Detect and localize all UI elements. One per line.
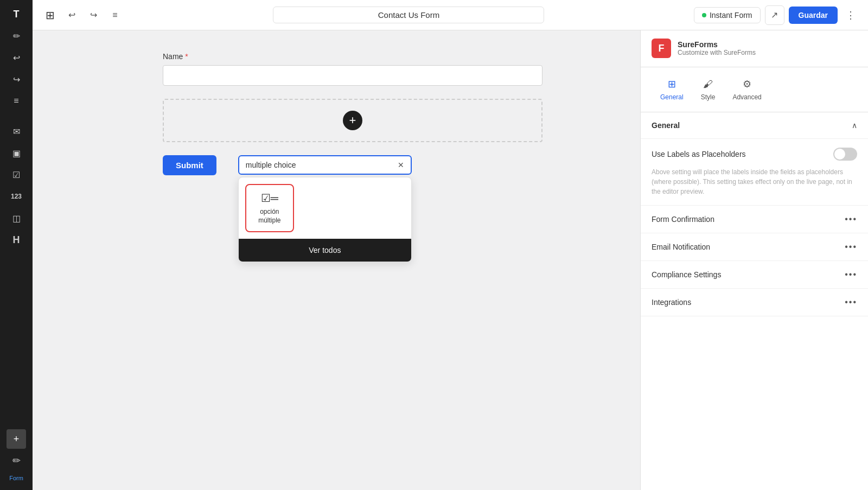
list-view-button[interactable]: ≡ <box>106 7 124 24</box>
integrations-more-icon[interactable]: ••• <box>845 297 857 307</box>
topbar: ⊞ ↩ ↪ ≡ Instant Form ↗ Guardar ⋮ <box>33 0 868 30</box>
integrations-label: Integrations <box>652 298 691 307</box>
sureforms-description: Customize with SureForms <box>678 49 756 56</box>
search-clear-button[interactable]: ✕ <box>398 161 404 169</box>
form-confirmation-row[interactable]: Form Confirmation ••• <box>641 206 868 233</box>
dropdown-items-wrap: ☑═ opción múltiple <box>239 177 411 239</box>
integrations-row[interactable]: Integrations ••• <box>641 289 868 316</box>
use-labels-row: Use Labels as Placeholders <box>652 148 857 161</box>
style-icon: 🖌 <box>703 79 713 90</box>
sureforms-name: SureForms <box>678 40 756 49</box>
sureforms-brand: F SureForms Customize with SureForms <box>641 30 868 67</box>
compliance-settings-more-icon[interactable]: ••• <box>845 270 857 279</box>
add-block-area[interactable]: + <box>163 99 542 142</box>
block-icon[interactable]: H <box>7 230 26 250</box>
multiple-choice-item[interactable]: ☑═ opción múltiple <box>245 184 294 232</box>
dropdown-results: ☑═ opción múltiple Ver todos <box>238 177 412 262</box>
email-icon[interactable]: ✉ <box>7 122 26 141</box>
search-dropdown-container: ✕ ☑═ opción múltiple Ver todos <box>238 155 412 175</box>
toggle-knob <box>834 149 845 160</box>
see-all-label: Ver todos <box>309 246 341 254</box>
email-notification-more-icon[interactable]: ••• <box>845 242 857 252</box>
undo-button[interactable]: ↩ <box>63 7 80 24</box>
submit-button[interactable]: Submit <box>163 155 216 175</box>
widget-icon[interactable]: ◫ <box>7 208 26 228</box>
use-labels-label: Use Labels as Placeholders <box>652 150 746 158</box>
redo-button[interactable]: ↪ <box>85 7 102 24</box>
external-link-button[interactable]: ↗ <box>765 5 784 25</box>
sureforms-text: SureForms Customize with SureForms <box>678 40 756 56</box>
layout-icon[interactable]: ▣ <box>7 143 26 163</box>
advanced-icon: ⚙ <box>743 78 751 90</box>
compliance-settings-label: Compliance Settings <box>652 270 721 279</box>
instant-form-status-dot <box>702 13 706 17</box>
general-icon: ⊞ <box>668 78 676 90</box>
guardar-button[interactable]: Guardar <box>789 7 838 24</box>
sub-tab-advanced[interactable]: ⚙ Advanced <box>724 74 770 105</box>
edit-icon[interactable]: ✏ <box>7 26 26 46</box>
more-options-button[interactable]: ⋮ <box>842 7 859 24</box>
multiple-choice-label: opción múltiple <box>253 208 286 225</box>
sub-tab-style[interactable]: 🖌 Style <box>692 74 724 105</box>
text-icon[interactable]: T <box>7 4 26 24</box>
instant-form-button[interactable]: Instant Form <box>694 7 761 23</box>
form-canvas: Name * + Submit ✕ ☑═ opci <box>163 52 542 175</box>
sureforms-logo: F <box>652 39 671 58</box>
use-labels-description: Above setting will place the labels insi… <box>652 167 857 196</box>
redo-icon[interactable]: ↪ <box>7 69 26 89</box>
name-field-label: Name * <box>163 52 542 61</box>
undo-icon[interactable]: ↩ <box>7 48 26 67</box>
number-icon[interactable]: 123 <box>7 187 26 206</box>
general-chevron-icon: ∧ <box>852 121 857 130</box>
multiple-choice-icon: ☑═ <box>261 192 278 205</box>
right-panel: Form Bloque × F SureForms Customize with… <box>640 0 868 490</box>
use-labels-section: Use Labels as Placeholders Above setting… <box>641 139 868 206</box>
dropdown-footer[interactable]: Ver todos <box>239 239 411 262</box>
main-canvas-area: Name * + Submit ✕ ☑═ opci <box>65 30 640 490</box>
search-input-wrap[interactable]: ✕ <box>238 155 412 175</box>
instant-form-label: Instant Form <box>710 11 752 20</box>
name-field-group: Name * <box>163 52 542 86</box>
sub-tab-general[interactable]: ⊞ General <box>652 74 692 105</box>
draw-icon[interactable]: ✏ <box>7 451 26 470</box>
list-icon[interactable]: ≡ <box>7 91 26 111</box>
search-input[interactable] <box>246 161 393 169</box>
required-indicator: * <box>185 52 188 61</box>
add-block-sidebar-button[interactable]: + <box>7 429 26 449</box>
add-block-plus-button[interactable]: + <box>343 111 362 130</box>
form-confirmation-more-icon[interactable]: ••• <box>845 214 857 224</box>
left-sidebar: T ✏ ↩ ↪ ≡ ✉ ▣ ☑ 123 ◫ H + ✏ Form <box>0 0 33 490</box>
compliance-settings-row[interactable]: Compliance Settings ••• <box>641 261 868 289</box>
use-labels-toggle[interactable] <box>833 148 857 161</box>
form-confirmation-label: Form Confirmation <box>652 215 714 224</box>
form-label: Form <box>9 475 23 481</box>
general-section-header[interactable]: General ∧ <box>641 112 868 139</box>
checkbox-icon[interactable]: ☑ <box>7 165 26 184</box>
panel-sub-tabs: ⊞ General 🖌 Style ⚙ Advanced <box>641 67 868 112</box>
form-title-input[interactable] <box>273 7 544 23</box>
general-section-title: General <box>652 121 680 130</box>
name-field-input[interactable] <box>163 65 542 86</box>
email-notification-row[interactable]: Email Notification ••• <box>641 233 868 261</box>
panel-content: General ∧ Use Labels as Placeholders Abo… <box>641 112 868 490</box>
email-notification-label: Email Notification <box>652 243 710 251</box>
wordpress-logo-button[interactable]: ⊞ <box>41 7 59 24</box>
